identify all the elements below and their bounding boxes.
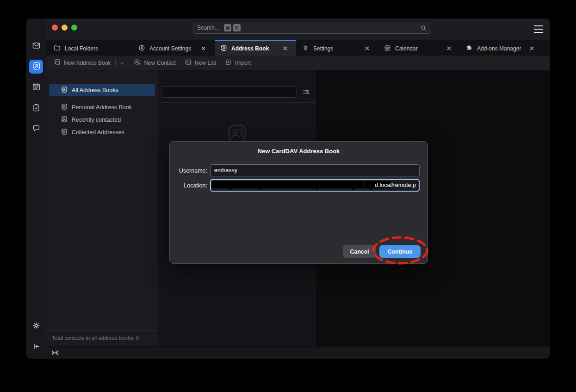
sidebar-item-personal-address-book[interactable]: Personal Address Book [46, 101, 158, 113]
calendar-icon [384, 44, 395, 53]
display-options-icon[interactable] [302, 88, 310, 96]
new-address-book-button[interactable]: New Address Book [54, 59, 111, 67]
sidebar-item-label: Personal Address Book [72, 104, 132, 111]
cancel-button[interactable]: Cancel [343, 245, 376, 258]
puzzle-icon [466, 44, 477, 53]
gear-icon [32, 321, 41, 332]
address-books-sidebar: All Address Books Personal Address Book … [46, 70, 158, 346]
tab-close-button[interactable] [365, 44, 373, 53]
dialog-title: New CardDAV Address Book [170, 148, 427, 155]
mail-space-button[interactable] [29, 39, 43, 53]
tab-close-button[interactable] [530, 44, 538, 53]
contacts-search-input[interactable] [161, 87, 297, 98]
tab-label: Add-ons Manager [477, 45, 521, 52]
location-field[interactable]: d.local/remote.p [210, 179, 420, 192]
address-book-icon [61, 116, 72, 124]
toolbar-label: New Address Book [64, 60, 111, 66]
k-key-badge: K [233, 24, 241, 31]
new-carddav-dialog: New CardDAV Address Book Username: Locat… [169, 141, 428, 264]
address-book-icon [61, 128, 72, 137]
collapse-left-icon [32, 342, 41, 353]
minimize-window-button[interactable] [62, 25, 68, 31]
tab-account-settings[interactable]: Account Settings [133, 40, 214, 56]
tab-label: Local Folders [65, 45, 98, 52]
tab-calendar[interactable]: Calendar [378, 40, 460, 56]
location-visible-text: d.local/remote.p [375, 182, 416, 188]
sidebar-item-collected-addresses[interactable]: Collected Addresses [46, 126, 158, 138]
search-icon [420, 25, 427, 31]
new-contact-button[interactable]: New Contact [134, 59, 176, 67]
search-placeholder: Search… [197, 25, 220, 31]
tab-label: Settings [313, 45, 333, 52]
global-search-input[interactable]: Search… ⌘ K [193, 22, 431, 34]
list-plus-icon [185, 59, 195, 67]
toolbar-label: New Contact [144, 60, 176, 66]
toolbar-separator [115, 59, 116, 67]
address-book-icon [61, 103, 72, 112]
mail-icon [32, 41, 41, 52]
redaction-gap [364, 181, 365, 188]
tab-label: Account Settings [149, 45, 191, 52]
tab-label: Calendar [395, 45, 418, 52]
address-book-space-button[interactable] [29, 60, 43, 74]
new-list-button[interactable]: New List [185, 59, 216, 67]
status-bar [46, 346, 550, 359]
tab-local-folders[interactable]: Local Folders [48, 40, 132, 56]
import-icon [225, 59, 235, 67]
sidebar-item-all-address-books[interactable]: All Address Books [49, 84, 155, 96]
folder-icon [54, 44, 65, 53]
address-book-icon [32, 62, 41, 72]
tab-label: Address Book [231, 45, 269, 52]
location-label: Location: [170, 182, 207, 189]
thunderbird-window: Search… ⌘ K Local Folders Account Settin… [26, 19, 550, 359]
desktop-background: Search… ⌘ K Local Folders Account Settin… [0, 0, 576, 392]
account-badge-icon [138, 44, 149, 53]
total-contacts-status: Total contacts in all address books: 0 [46, 330, 158, 346]
tasks-icon [32, 103, 41, 114]
username-field[interactable] [210, 164, 420, 176]
username-label: Username: [170, 168, 207, 174]
spaces-toolbar [26, 19, 46, 359]
person-plus-icon [134, 59, 144, 67]
chat-space-button[interactable] [29, 122, 43, 136]
tab-address-book[interactable]: Address Book [215, 40, 296, 56]
tab-close-button[interactable] [447, 44, 455, 53]
address-book-icon [220, 44, 231, 53]
tab-close-button[interactable] [283, 44, 291, 53]
broadcast-icon[interactable] [51, 349, 59, 356]
continue-button[interactable]: Continue [379, 245, 421, 258]
zoom-window-button[interactable] [71, 25, 77, 31]
pane-divider [158, 102, 316, 103]
sidebar-item-label: Recently contacted [72, 117, 121, 123]
toolbar-label: New List [195, 60, 216, 66]
address-book-toolbar: New Address Book New Contact New List Im… [46, 56, 550, 70]
tab-settings[interactable]: Settings [297, 40, 378, 56]
toolbar-label: Import [235, 60, 251, 66]
chevron-down-icon[interactable] [119, 60, 125, 66]
calendar-space-button[interactable] [29, 81, 43, 94]
sidebar-item-label: All Address Books [72, 87, 118, 93]
command-key-badge: ⌘ [224, 24, 231, 31]
titlebar: Search… ⌘ K [46, 19, 550, 40]
sidebar-item-recently-contacted[interactable]: Recently contacted [46, 113, 158, 126]
tab-close-button[interactable] [201, 44, 210, 53]
calendar-icon [32, 82, 41, 93]
import-button[interactable]: Import [225, 59, 251, 67]
app-menu-button[interactable] [534, 25, 543, 33]
address-book-plus-icon [54, 59, 64, 67]
sidebar-item-label: Collected Addresses [72, 129, 124, 136]
gear-icon [302, 44, 313, 53]
collapse-spaces-button[interactable] [29, 340, 43, 354]
close-window-button[interactable] [52, 25, 58, 31]
window-controls [52, 25, 77, 31]
tasks-space-button[interactable] [29, 101, 43, 115]
tab-bar: Local Folders Account Settings Address B… [46, 40, 550, 56]
chat-icon [32, 124, 41, 135]
address-book-icon [61, 86, 72, 94]
spaces-settings-button[interactable] [29, 319, 43, 333]
tab-addons-manager[interactable]: Add-ons Manager [460, 40, 543, 56]
